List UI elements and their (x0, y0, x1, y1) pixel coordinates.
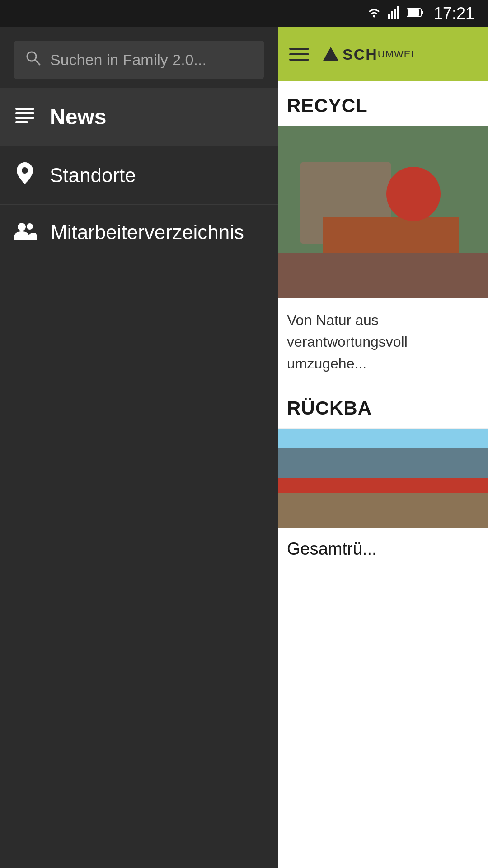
article-3-title: Gesamtrü... (287, 539, 377, 558)
logo-triangle (323, 47, 339, 61)
content-body: RECYCL Von Natur aus verantwortungsvoll … (278, 81, 488, 868)
mitarbeiter-label: Mitarbeiterverzeichnis (51, 221, 244, 244)
svg-rect-11 (15, 112, 34, 114)
article-1-image-content (278, 126, 488, 298)
pin-icon (14, 162, 36, 188)
sidebar-item-news[interactable]: News (0, 88, 278, 146)
article-1-title-bar: RECYCL (278, 81, 488, 126)
status-time: 17:21 (434, 4, 474, 23)
article-1-desc-text: Von Natur aus verantwortungsvoll umzugeh… (287, 309, 479, 374)
sidebar-item-mitarbeiter[interactable]: Mitarbeiterverzeichnis (0, 205, 278, 260)
search-icon (25, 50, 41, 70)
svg-rect-3 (394, 9, 396, 19)
svg-rect-1 (388, 14, 390, 19)
svg-point-15 (18, 223, 26, 231)
wifi-icon (367, 6, 381, 22)
logo-text: SCH (343, 46, 378, 63)
status-bar: 17:21 (0, 0, 488, 27)
svg-point-16 (27, 223, 33, 230)
svg-rect-7 (408, 9, 419, 16)
standorte-label: Standorte (50, 164, 136, 187)
status-icons: 17:21 (367, 4, 474, 23)
main-layout: Suchen in Family 2.0... News (0, 27, 488, 868)
search-placeholder: Suchen in Family 2.0... (50, 51, 206, 69)
logo-subtext: UMWEL (378, 48, 417, 60)
article-1-description: Von Natur aus verantwortungsvoll umzugeh… (278, 298, 488, 386)
article-3-title-bar: Gesamtrü... (278, 528, 488, 570)
hamburger-button[interactable] (289, 48, 309, 61)
article-1-image (278, 126, 488, 298)
article-2-title: RÜCKBA (287, 397, 372, 419)
svg-rect-12 (15, 117, 34, 119)
article-2-title-bar: RÜCKBA (278, 386, 488, 429)
svg-rect-13 (15, 121, 28, 123)
list-icon (14, 106, 36, 127)
svg-rect-4 (397, 6, 399, 19)
battery-icon (407, 6, 423, 21)
article-1-title: RECYCL (287, 95, 368, 116)
people-icon (14, 222, 37, 244)
nav-menu: News Standorte (0, 88, 278, 868)
svg-point-14 (22, 167, 28, 174)
hamburger-line-2 (289, 53, 309, 55)
article-2-image-content (278, 429, 488, 528)
svg-point-0 (373, 15, 375, 17)
signal-icon (388, 6, 400, 22)
sidebar: Suchen in Family 2.0... News (0, 27, 278, 868)
search-bar[interactable]: Suchen in Family 2.0... (14, 41, 264, 79)
svg-line-9 (35, 60, 40, 65)
hamburger-line-3 (289, 59, 309, 61)
news-label: News (50, 104, 106, 129)
app-header: SCH UMWEL (278, 27, 488, 81)
sidebar-item-standorte[interactable]: Standorte (0, 146, 278, 205)
main-content: SCH UMWEL RECYCL Von Natur aus verantwor… (278, 27, 488, 868)
svg-rect-10 (15, 108, 34, 110)
article-2-image (278, 429, 488, 528)
hamburger-line-1 (289, 48, 309, 50)
svg-rect-2 (391, 11, 393, 19)
app-logo: SCH UMWEL (323, 46, 417, 63)
svg-rect-6 (421, 11, 423, 14)
